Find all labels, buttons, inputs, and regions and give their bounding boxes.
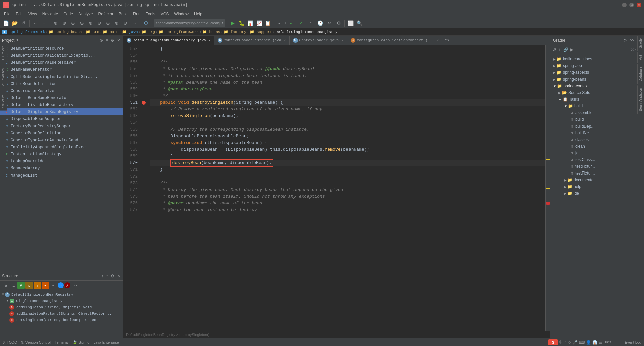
tree-item-managed-array[interactable]: C ManagedArray <box>0 165 123 172</box>
gradle-link-btn[interactable]: 🔗 <box>562 47 569 52</box>
maximize-button[interactable]: □ <box>629 3 634 7</box>
status-todo[interactable]: 6: TODO <box>3 340 17 344</box>
gradle-spring-context[interactable]: ▼ 📁 spring-context <box>550 83 638 89</box>
tree-item-disposable[interactable]: C DisposableBeanAdapter <box>0 115 123 122</box>
debug-button[interactable]: 🐛 <box>238 19 246 27</box>
gradle-test-fixture2[interactable]: ⚙ testFixtur... <box>550 170 638 177</box>
side-tab-gradle[interactable]: Gradle <box>637 36 644 51</box>
struct-singleton-registry[interactable]: ▼ I SingletonBeanRegistry <box>1 298 122 304</box>
structure-close-btn[interactable]: ✕ <box>116 274 121 278</box>
gradle-spring-aop[interactable]: ▶ 📁 spring-aop <box>550 62 638 69</box>
bc-springframework[interactable]: 📁 springframework <box>159 30 199 34</box>
breakpoint-561[interactable] <box>140 99 147 106</box>
zoom-out-2[interactable]: ⊖ <box>104 19 112 27</box>
struct-get-singleton[interactable]: m getSingleton(String, boolean): Object <box>1 317 122 323</box>
bc-main[interactable]: 📁 main <box>103 30 118 34</box>
gradle-help[interactable]: ▶ 📁 help <box>550 183 638 190</box>
tree-item-default-bean-name[interactable]: C DefaultBeanNameGenerator <box>0 94 123 101</box>
status-spring[interactable]: 🍃 Spring <box>73 340 90 344</box>
gradle-refresh-btn[interactable]: ↺ <box>552 47 557 52</box>
tab-context-loader-listener[interactable]: C ContextLoaderListener.java ✕ <box>214 36 290 45</box>
tree-item-cglib[interactable]: C CglibSubclassingInstantiationStra... <box>0 73 123 80</box>
zoom-out-1[interactable]: ⊖ <box>95 19 103 27</box>
gradle-build-ne[interactable]: ⚙ buildNe... <box>550 130 638 136</box>
tree-item-default-singleton[interactable]: C DefaultSingletonBeanRegistry <box>0 108 123 115</box>
menu-navigate[interactable]: Navigate <box>40 10 61 18</box>
tree-item-managed-list[interactable]: C ManagedList <box>0 172 123 179</box>
sort-alpha-desc[interactable]: ↓z <box>9 282 17 289</box>
filter-public[interactable]: P <box>17 282 25 289</box>
gradle-build-dep[interactable]: ⚙ buildDep... <box>550 123 638 130</box>
gradle-expand-btn[interactable]: >> <box>629 38 635 43</box>
filter-private[interactable]: p <box>25 282 33 289</box>
status-vcs[interactable]: 9: Version Control <box>21 340 51 344</box>
build-output-button[interactable]: 📋 <box>264 19 272 27</box>
tree-item-factory-bean-registry[interactable]: C FactoryBeanRegistrySupport <box>0 122 123 130</box>
menu-tools[interactable]: Tools <box>143 10 158 18</box>
bc-src[interactable]: 📁 src <box>86 30 99 34</box>
gradle-classes[interactable]: ⚙ classes <box>550 136 638 143</box>
menu-analyze[interactable]: Analyze <box>76 10 96 18</box>
breadcrumb-back[interactable]: ⬡ <box>142 19 150 27</box>
struct-add-singleton[interactable]: m addSingleton(String, Object): void <box>1 304 122 310</box>
code-editor[interactable]: } /** * Destroy the given bean. Delegate… <box>147 45 545 331</box>
tree-item-constructor[interactable]: C ConstructorResolver <box>0 87 123 94</box>
tree-item-bean-definition-resource[interactable]: C BeanDefinitionResource <box>0 45 123 52</box>
tree-item-bean-name-generator[interactable]: I BeanNameGenerator <box>0 66 123 73</box>
structure-settings-btn[interactable]: ⚙ <box>110 274 115 278</box>
side-tab-project[interactable]: 1: Project <box>0 44 7 63</box>
gradle-add-btn[interactable]: + <box>558 47 562 52</box>
tab-close-icon[interactable]: ✕ <box>341 38 343 42</box>
coverage-button[interactable]: 📊 <box>247 19 255 27</box>
gradle-kotlin-coroutines[interactable]: ▶ 📁 kotlin-coroutines <box>550 56 638 62</box>
zoom-in-3[interactable]: ⊕ <box>69 19 77 27</box>
menu-code[interactable]: Code <box>61 10 76 18</box>
tree-item-generic-bean[interactable]: C GenericBeanDefinition <box>0 130 123 137</box>
menu-build[interactable]: Build <box>116 10 130 18</box>
tree-item-lookup[interactable]: C LookupOverride <box>0 158 123 165</box>
nav-btn[interactable]: → <box>130 19 138 27</box>
bc-file[interactable]: DefaultSingletonBeanRegistry <box>276 30 338 34</box>
menu-run[interactable]: Run <box>130 10 143 18</box>
status-event-log[interactable]: Event Log <box>625 340 641 344</box>
project-scope-btn[interactable]: ⊙ <box>99 38 104 43</box>
bc-java[interactable]: 📁 java <box>122 30 138 34</box>
bc-support[interactable]: 📁 support <box>250 30 272 34</box>
tab-close-icon[interactable]: ✕ <box>284 38 286 42</box>
git-commit[interactable]: ✓ <box>297 19 305 27</box>
project-dropdown[interactable]: ▼ <box>16 38 18 42</box>
filter-lambda[interactable]: λ <box>64 282 70 288</box>
tab-close-icon[interactable]: ✕ <box>209 38 211 42</box>
more-btn[interactable]: >> <box>71 282 78 289</box>
gradle-test-fixture1[interactable]: ⚙ testFixtur... <box>550 163 638 170</box>
bc-spring-framework[interactable]: P spring-framework <box>2 30 45 34</box>
status-java-enterprise[interactable]: Java Enterprise <box>93 340 119 344</box>
git-push[interactable]: ↑ <box>307 19 315 27</box>
gradle-settings-btn[interactable]: ⚙ <box>623 38 628 43</box>
gradle-jar[interactable]: ⚙ jar <box>550 150 638 156</box>
bc-org[interactable]: 📁 org <box>142 30 155 34</box>
menu-edit[interactable]: Edit <box>13 10 25 18</box>
tab-overflow-count[interactable]: ≡6 <box>442 38 451 42</box>
structure-sort2-btn[interactable]: ↕ <box>105 274 109 278</box>
side-tab-structure[interactable]: Structure <box>0 92 7 111</box>
gradle-documentation[interactable]: ▶ 📁 documentati... <box>550 177 638 183</box>
side-tab-database[interactable]: Database <box>637 64 644 84</box>
back-button[interactable]: ← <box>31 19 39 27</box>
side-tab-ant[interactable]: Ant <box>637 52 644 63</box>
gradle-run-btn[interactable]: ▶ <box>570 47 574 52</box>
git-check[interactable]: ✓ <box>288 19 296 27</box>
zoom-in-6[interactable]: ⊕ <box>113 19 121 27</box>
tab-configurable-app-context[interactable]: I ConfigurableApplicationContext.j... ✕ <box>347 36 442 45</box>
zoom-in-2[interactable]: ⊕ <box>60 19 68 27</box>
gradle-source-sets[interactable]: ▶ 📂 Source Sets <box>550 89 638 96</box>
gradle-build-group[interactable]: ▼ 📁 build <box>550 103 638 109</box>
forward-button[interactable]: → <box>40 19 48 27</box>
bc-spring-beans[interactable]: 📁 spring-beans <box>49 30 82 34</box>
close-button[interactable]: ✕ <box>637 3 641 7</box>
project-settings-btn[interactable]: ⚙ <box>110 38 115 43</box>
gradle-ide[interactable]: ▶ 📁 ide <box>550 190 638 197</box>
filter-circle[interactable]: ○ <box>58 282 64 288</box>
filter-info[interactable]: i <box>34 282 41 289</box>
status-terminal[interactable]: Terminal <box>55 340 69 344</box>
